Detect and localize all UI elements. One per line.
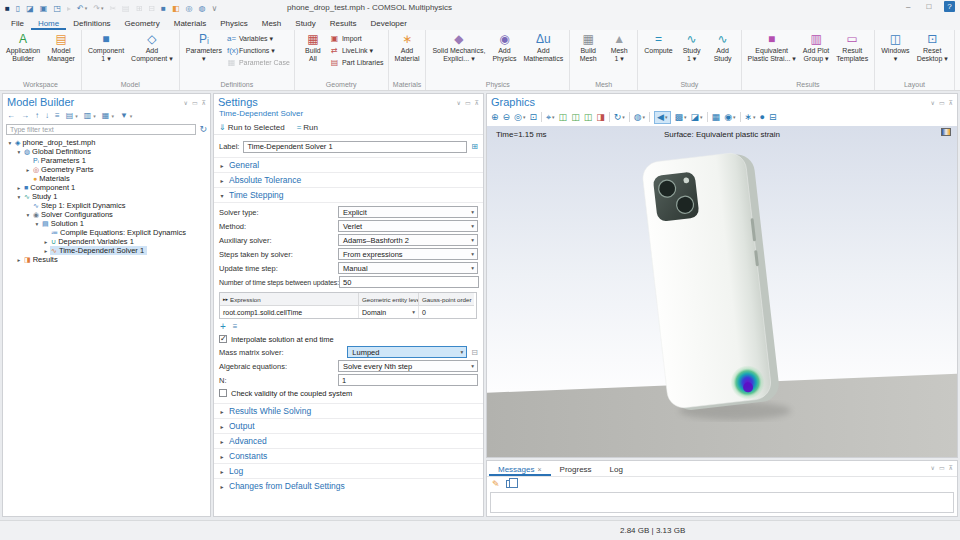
panel-menu-icon[interactable]: ∨ <box>184 99 188 106</box>
add-component-button[interactable]: ◇Add Component ▾ <box>129 32 175 64</box>
zoom-extents-icon[interactable]: ⊡ <box>529 112 537 122</box>
tree-item-geometry-parts[interactable]: ▸◎Geometry Parts <box>3 165 210 174</box>
save-as-button[interactable]: ◳ <box>53 4 61 13</box>
tree-item-solution-1[interactable]: ▾▤Solution 1 <box>3 219 210 228</box>
table-icon[interactable]: ▦ <box>712 112 721 122</box>
section-advanced[interactable]: ▸ Advanced <box>214 433 483 448</box>
tree-item-time-dependent-solver-1[interactable]: ▸∿Time-Dependent Solver 1 <box>3 246 210 255</box>
tree-item-phone-drop-test-mph[interactable]: ▾◈phone_drop_test.mph <box>3 138 210 147</box>
panel-pin-icon[interactable]: ⊼ <box>949 99 953 106</box>
auxiliary-solver-select[interactable]: Adams–Bashforth 2▾ <box>338 234 478 246</box>
tree-item-solver-configurations[interactable]: ▾◉Solver Configurations <box>3 210 210 219</box>
plot-settings-icon[interactable]: ◪▾ <box>691 112 703 122</box>
build-mesh-button[interactable]: ▦Build Mesh <box>574 32 602 64</box>
algebraic-equations-select[interactable]: Solve every Nth step▾ <box>338 360 478 372</box>
parameters-button[interactable]: PᵢParameters ▾ <box>184 32 224 64</box>
tree-expander-icon[interactable]: ▾ <box>15 194 23 200</box>
panel-menu-icon[interactable]: ∨ <box>931 99 935 106</box>
close-tab-icon[interactable]: × <box>537 466 541 473</box>
build-all-button[interactable]: ▦Build All <box>299 32 327 64</box>
label-input[interactable]: Time-Dependent Solver 1 <box>243 141 467 153</box>
copy-button[interactable]: ▤ <box>122 4 130 13</box>
cut-button[interactable]: ✂ <box>109 4 116 13</box>
print-icon[interactable]: ⊟ <box>769 112 777 122</box>
collapse-all-icon[interactable]: ≡ <box>55 111 60 120</box>
zoom-extents-button[interactable]: ◎ <box>185 4 192 13</box>
add-row-button[interactable]: + <box>220 321 226 332</box>
tree-expander-icon[interactable]: ▸ <box>15 257 23 263</box>
section-results-while-solving[interactable]: ▸ Results While Solving <box>214 403 483 418</box>
tab-home[interactable]: Home <box>31 18 66 30</box>
study-1-button[interactable]: ∿Study 1 ▾ <box>678 32 706 64</box>
minimize-button[interactable]: – <box>906 2 910 11</box>
tree-item-study-1[interactable]: ▾∿Study 1 <box>3 192 210 201</box>
run-to-selected-button[interactable]: ⇓ Run to Selected <box>219 123 285 132</box>
windows-button[interactable]: ◫Windows ▾ <box>879 32 911 64</box>
paste-button[interactable]: ⊞ <box>136 4 143 13</box>
back-icon[interactable]: ← <box>7 111 15 120</box>
add-plot-group-button[interactable]: ▥Add Plot Group ▾ <box>801 32 831 64</box>
panel-pin-icon[interactable]: ⊼ <box>475 99 479 106</box>
duplicate-button[interactable]: ⊟ <box>148 4 155 13</box>
section-general[interactable]: ▸ General <box>214 157 483 172</box>
add-mathematics-button[interactable]: ΔuAdd Mathematics <box>522 32 566 64</box>
mass-matrix-select[interactable]: Lumped▾ <box>347 346 467 358</box>
run-button[interactable]: ▸ <box>67 4 71 13</box>
tab-results[interactable]: Results <box>323 18 364 30</box>
maximize-button[interactable]: □ <box>926 2 931 11</box>
tab-developer[interactable]: Developer <box>363 18 413 30</box>
app-icon[interactable]: ■ <box>5 4 10 13</box>
view-xy-icon[interactable]: ◫ <box>559 112 568 122</box>
tab-geometry[interactable]: Geometry <box>118 18 167 30</box>
column-header-geometric-entity-level[interactable]: Geometric entity level <box>359 293 419 306</box>
view-zx-icon[interactable]: ◫ <box>584 112 593 122</box>
panel-pin-icon[interactable]: ⊼ <box>202 99 206 106</box>
section-output[interactable]: ▸ Output <box>214 418 483 433</box>
column-header-gauss-point-order[interactable]: Gauss-point order <box>419 293 474 306</box>
color-legend-icon[interactable] <box>941 128 951 136</box>
application-builder-button[interactable]: AApplication Builder <box>4 32 42 64</box>
tree-item-dependent-variables-1[interactable]: ▸∪Dependent Variables 1 <box>3 237 210 246</box>
filter-icon[interactable]: ▼▾ <box>120 111 132 120</box>
forward-icon[interactable]: → <box>21 111 29 120</box>
mass-matrix-edit-icon[interactable]: ⊟ <box>471 348 478 357</box>
zoom-out-icon[interactable]: ⊖ <box>503 112 511 122</box>
filter-input[interactable]: Type filter text <box>6 124 196 135</box>
add-study-button[interactable]: ∿Add Study <box>709 32 737 64</box>
view-yz-icon[interactable]: ◫ <box>571 112 580 122</box>
section-changes-from-default[interactable]: ▸ Changes from Default Settings <box>214 478 483 493</box>
reset-window-button[interactable]: ◧ <box>172 4 180 13</box>
update-time-step-select[interactable]: Manual▾ <box>338 262 478 274</box>
columns-icon[interactable]: ▦▾ <box>102 111 114 120</box>
tree-expander-icon[interactable]: ▾ <box>15 149 23 155</box>
solver-type-select[interactable]: Explicit▾ <box>338 206 478 218</box>
result-templates-button[interactable]: ▭Result Templates <box>834 32 870 64</box>
tree-expander-icon[interactable]: ▾ <box>24 212 32 218</box>
tab-log[interactable]: Log <box>601 465 632 476</box>
tree-item-compile-equations-explicit-dynamics[interactable]: ≔Compile Equations: Explicit Dynamics <box>3 228 210 237</box>
panel-float-icon[interactable]: ▭ <box>939 99 945 106</box>
tree-expander-icon[interactable]: ▾ <box>6 140 14 146</box>
parameter-case-button[interactable]: ▦Parameter Case <box>227 57 290 68</box>
graphics-canvas[interactable]: Time=1.15 ms Surface: Equivalent plastic… <box>487 126 957 457</box>
tab-mesh[interactable]: Mesh <box>255 18 289 30</box>
tab-definitions[interactable]: Definitions <box>66 18 117 30</box>
mesh-1-button[interactable]: ▲Mesh 1 ▾ <box>605 32 633 64</box>
tree-item-step-1-explicit-dynamics[interactable]: ∿Step 1: Explicit Dynamics <box>3 201 210 210</box>
column-header-expression[interactable]: ▸▸Expression <box>220 293 359 306</box>
move-up-icon[interactable]: ↑ <box>35 111 39 120</box>
tree-expander-icon[interactable]: ▸ <box>24 167 32 173</box>
check-validity-checkbox[interactable] <box>219 389 227 397</box>
panel-pin-icon[interactable]: ⊼ <box>949 464 953 471</box>
new-file-button[interactable]: ▯ <box>16 4 20 13</box>
redo-button[interactable]: ↷▾ <box>93 4 103 13</box>
method-select[interactable]: Verlet▾ <box>338 220 478 232</box>
component-1-button[interactable]: ■Component 1 ▾ <box>86 32 126 64</box>
update-view-icon[interactable]: ↻▾ <box>614 112 625 122</box>
add-physics-button[interactable]: ◉Add Physics <box>490 32 518 64</box>
part-libraries-button[interactable]: ▤Part Libraries <box>330 57 384 68</box>
model-tree-nodes-icon[interactable]: ▥▾ <box>84 111 96 120</box>
tree-item-parameters-1[interactable]: PᵢParameters 1 <box>3 156 210 165</box>
functions-button[interactable]: f(x)Functions ▾ <box>227 45 290 56</box>
go-to-view-icon[interactable]: ⌖▾ <box>546 112 555 123</box>
